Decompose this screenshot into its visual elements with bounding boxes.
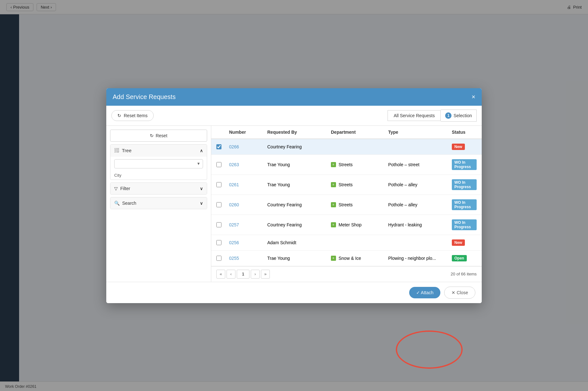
department-icon: ≡ [331, 202, 336, 207]
modal-header: Add Service Requests × [106, 88, 482, 106]
modal-toolbar: ↻ Reset Items All Service Requests 1 Sel… [106, 106, 482, 126]
row-status: WO In Progress [452, 159, 477, 170]
row-checkbox[interactable] [216, 222, 221, 227]
row-number: 0257 [229, 222, 267, 227]
tree-icon: ⛆ [114, 148, 119, 153]
row-checkbox[interactable] [216, 202, 221, 207]
all-service-requests-label: All Service Requests [394, 113, 435, 118]
selection-button[interactable]: 1 Selection [441, 110, 477, 122]
first-page-button[interactable]: « [216, 270, 225, 279]
table-row[interactable]: 0266Courtney FearingNew [211, 139, 482, 155]
tree-select-wrapper: ▼ [114, 159, 203, 168]
filter-label: Filter [120, 186, 130, 191]
status-badge: New [452, 239, 465, 246]
col-header-requested-by: Requested By [267, 130, 331, 135]
row-status: Open [452, 255, 477, 261]
col-header-status: Status [452, 130, 477, 135]
table-row[interactable]: 0256Adam SchmidtNew [211, 235, 482, 251]
left-panel: ↻ Reset ⛆ Tree ∧ [106, 126, 211, 282]
row-checkbox[interactable] [216, 182, 221, 187]
row-status: New [452, 239, 477, 246]
filter-icon: ▽ [114, 186, 118, 191]
reset-button[interactable]: ↻ Reset [110, 130, 207, 142]
close-button[interactable]: ✕ Close [444, 287, 475, 299]
pagination-controls: « ‹ › » [216, 270, 270, 279]
department-icon: ≡ [331, 256, 336, 261]
reset-items-label: Reset Items [124, 113, 148, 118]
row-number: 0256 [229, 240, 267, 245]
attach-button[interactable]: ✓ Attach [409, 287, 441, 298]
row-requested-by: Adam Schmidt [267, 240, 331, 245]
pagination-bar: « ‹ › » 20 of 66 items [211, 266, 482, 282]
tree-select[interactable] [114, 159, 203, 168]
prev-page-button[interactable]: ‹ [227, 270, 235, 279]
table-row[interactable]: 0261Trae Young≡StreetsPothole – alleyWO … [211, 175, 482, 195]
tree-section: ⛆ Tree ∧ ▼ City [110, 144, 207, 180]
reset-label: Reset [156, 133, 167, 138]
row-type: Pothole – alley [388, 202, 452, 207]
checkbox-cell [216, 182, 229, 187]
table-body: 0266Courtney FearingNew0263Trae Young≡St… [211, 139, 482, 266]
reset-items-button[interactable]: ↻ Reset Items [111, 110, 154, 121]
search-header[interactable]: 🔍 Search ∨ [110, 197, 207, 209]
row-status: New [452, 144, 477, 150]
search-chevron-icon: ∨ [200, 201, 203, 206]
department-icon: ≡ [331, 182, 336, 187]
attach-label: ✓ Attach [416, 290, 434, 295]
row-requested-by: Trae Young [267, 182, 331, 187]
page-number-input[interactable] [237, 270, 249, 279]
table-row[interactable]: 0263Trae Young≡StreetsPothole – streetWO… [211, 155, 482, 175]
table-row[interactable]: 0260Courtney Fearing≡StreetsPothole – al… [211, 195, 482, 215]
row-number: 0255 [229, 256, 267, 261]
row-number: 0260 [229, 202, 267, 207]
row-checkbox[interactable] [216, 162, 221, 167]
row-requested-by: Trae Young [267, 162, 331, 167]
row-number: 0266 [229, 144, 267, 149]
tree-body: ▼ [110, 157, 207, 171]
close-label: ✕ Close [452, 290, 468, 295]
modal-footer: ✓ Attach ✕ Close [106, 282, 482, 303]
modal-close-button[interactable]: × [472, 94, 475, 100]
status-badge: Open [452, 255, 467, 261]
selection-badge: 1 [445, 112, 452, 119]
tree-header[interactable]: ⛆ Tree ∧ [110, 145, 207, 157]
modal-overlay: Add Service Requests × ↻ Reset Items All… [0, 0, 588, 391]
table-row[interactable]: 0257Courtney Fearing≡Meter ShopHydrant -… [211, 215, 482, 235]
row-checkbox[interactable] [216, 240, 221, 245]
toolbar-right: All Service Requests 1 Selection [388, 110, 477, 122]
all-service-requests-button[interactable]: All Service Requests [388, 110, 441, 121]
row-department: ≡Meter Shop [331, 222, 388, 227]
checkbox-cell [216, 240, 229, 245]
last-page-button[interactable]: » [261, 270, 270, 279]
row-requested-by: Courtney Fearing [267, 144, 331, 149]
filter-chevron-icon: ∨ [200, 186, 203, 191]
row-status: WO In Progress [452, 179, 477, 190]
row-department: ≡Streets [331, 182, 388, 187]
status-badge: WO In Progress [452, 219, 477, 230]
city-label: City [110, 171, 207, 180]
row-type: Pothole – alley [388, 182, 452, 187]
filter-section: ▽ Filter ∨ [110, 182, 207, 195]
row-checkbox[interactable] [216, 144, 221, 149]
table-row[interactable]: 0255Trae Young≡Snow & IcePlowing - neigh… [211, 251, 482, 266]
col-header-department: Department [331, 130, 388, 135]
reset-icon: ↻ [150, 133, 154, 138]
status-badge: WO In Progress [452, 159, 477, 170]
row-checkbox[interactable] [216, 256, 221, 261]
selection-label: Selection [453, 113, 472, 118]
filter-header[interactable]: ▽ Filter ∨ [110, 183, 207, 194]
row-department: ≡Streets [331, 202, 388, 207]
add-service-requests-modal: Add Service Requests × ↻ Reset Items All… [106, 88, 482, 303]
row-type: Hydrant - leaking [388, 222, 452, 227]
row-type: Pothole – street [388, 162, 452, 167]
next-page-button[interactable]: › [251, 270, 260, 279]
modal-title: Add Service Requests [113, 93, 176, 101]
pagination-info: 20 of 66 items [451, 272, 477, 276]
table-header: Number Requested By Department Type Stat… [211, 126, 482, 139]
status-badge: New [452, 144, 465, 150]
tree-collapse-icon: ∧ [200, 148, 203, 153]
row-status: WO In Progress [452, 199, 477, 210]
row-requested-by: Trae Young [267, 256, 331, 261]
status-badge: WO In Progress [452, 199, 477, 210]
row-type: Plowing - neighbor plo... [388, 256, 452, 261]
